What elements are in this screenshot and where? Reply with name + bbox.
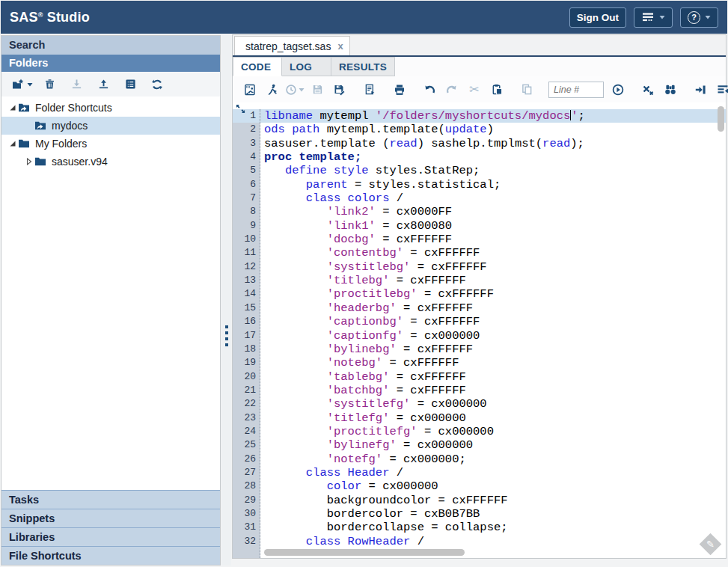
code-line: 'bylinebg' = cxFFFFFF — [260, 343, 726, 356]
run-icon — [266, 84, 278, 96]
tree-expanded-icon[interactable] — [7, 104, 18, 111]
save-icon — [312, 84, 323, 95]
save-as-button[interactable] — [328, 80, 351, 99]
document-tab-label: statrep_tagset.sas — [245, 40, 331, 52]
download-button — [63, 75, 90, 94]
focus-code-button[interactable] — [689, 80, 712, 99]
app-title: SAS® Studio — [10, 10, 90, 25]
tree-expanded-icon[interactable] — [7, 140, 18, 147]
tab-log[interactable]: LOG — [282, 57, 331, 76]
work-area: statrep_tagset.sas x CODELOGRESULTS ✂ 12… — [232, 34, 727, 559]
editor-view-tabs: CODELOGRESULTS — [233, 57, 726, 76]
code-line: 'docbg' = cxFFFFFF — [260, 233, 726, 246]
line-number: 3 — [233, 137, 260, 150]
line-number: 8 — [233, 205, 260, 218]
tree-item-label: My Folders — [35, 138, 87, 150]
upload-button[interactable] — [90, 75, 117, 94]
line-number: 28 — [233, 479, 260, 493]
tree-item-folder-shortcuts[interactable]: Folder Shortcuts — [1, 99, 220, 117]
tab-statrep-tagset[interactable]: statrep_tagset.sas x — [234, 36, 350, 55]
tab-results[interactable]: RESULTS — [331, 57, 395, 76]
paste-button[interactable] — [486, 80, 508, 99]
code-line: 'contentbg' = cxFFFFFF — [260, 246, 726, 260]
line-number: 17 — [233, 329, 260, 343]
code-line: 'link2' = cx0000FF — [260, 205, 726, 218]
goto-icon — [612, 84, 624, 96]
print-button[interactable] — [388, 80, 411, 99]
refresh-button[interactable] — [144, 75, 171, 94]
line-number: 16 — [233, 315, 260, 328]
line-number: 13 — [233, 274, 260, 287]
folder-tree: Folder ShortcutsmydocsMy Folderssasuser.… — [1, 96, 220, 490]
properties-button[interactable] — [117, 75, 144, 94]
redo-icon — [446, 84, 458, 96]
new-program-button[interactable] — [239, 80, 261, 99]
code-line: backgroundcolor = cxFFFFFF — [260, 494, 726, 507]
tree-item-sasuser-v94[interactable]: sasuser.v94 — [1, 153, 220, 171]
panel-file-shortcuts[interactable]: File Shortcuts — [1, 546, 220, 565]
delete-button[interactable] — [36, 75, 63, 94]
line-number-gutter: 1234567891011121314151617181920212223242… — [233, 109, 260, 558]
line-number: 14 — [233, 287, 260, 301]
chevron-down-icon — [659, 15, 665, 19]
vertical-scrollbar — [718, 106, 724, 546]
line-number: 11 — [233, 246, 260, 260]
panel-libraries[interactable]: Libraries — [1, 527, 220, 546]
paste-icon — [492, 84, 503, 95]
find-replace-button[interactable] — [659, 80, 682, 99]
pane-splitter[interactable] — [221, 35, 231, 566]
goto-line-input[interactable] — [548, 82, 604, 98]
tree-collapsed-icon[interactable] — [24, 158, 34, 165]
panel-tasks[interactable]: Tasks — [1, 490, 220, 509]
editor-toolbar: ✂ — [233, 76, 726, 102]
new-item-button[interactable] — [9, 75, 36, 94]
cut-button: ✂ — [463, 80, 486, 99]
panel-snippets[interactable]: Snippets — [1, 509, 220, 527]
code-line: bordercolor = cxB0B7BB — [260, 507, 726, 521]
tree-item-mydocs[interactable]: mydocs — [1, 117, 220, 135]
line-number: 18 — [233, 343, 260, 356]
panel-folders[interactable]: Folders — [1, 55, 220, 72]
panel-search[interactable]: Search — [1, 36, 220, 55]
code-line: 'titlebg' = cxFFFFFF — [260, 274, 726, 287]
code-line: libname mytempl '/folders/myshortcuts/my… — [260, 109, 726, 123]
tab-code[interactable]: CODE — [233, 57, 282, 76]
line-number: 6 — [233, 178, 260, 191]
history-icon — [285, 84, 297, 96]
format-code-button[interactable] — [712, 80, 728, 99]
undo-icon — [423, 84, 435, 96]
splitter-handle-icon — [225, 325, 228, 346]
code-area[interactable]: libname mytempl '/folders/myshortcuts/my… — [260, 109, 726, 558]
save-button — [306, 80, 328, 99]
code-line: ods path mytempl.template(update) — [260, 123, 726, 136]
line-number: 15 — [233, 301, 260, 315]
horizontal-scrollbar-thumb[interactable] — [264, 549, 465, 556]
code-line: 'batchbg' = cxFFFFFF — [260, 384, 726, 397]
undo-button[interactable] — [418, 80, 441, 99]
line-number: 30 — [233, 507, 260, 521]
pencil-icon: ✎ — [706, 539, 715, 550]
code-line: 'proctitlefg' = cx000000 — [260, 425, 726, 438]
horizontal-scrollbar — [263, 548, 714, 557]
maximize-view-icon[interactable] — [236, 104, 245, 114]
vertical-scrollbar-thumb[interactable] — [718, 106, 724, 132]
help-icon: ? — [688, 11, 700, 24]
folder-icon — [34, 156, 49, 167]
tree-item-my-folders[interactable]: My Folders — [1, 135, 220, 153]
close-icon[interactable]: x — [337, 40, 343, 52]
line-number: 4 — [233, 150, 260, 164]
app-options-button[interactable] — [634, 7, 673, 28]
format-icon — [717, 84, 728, 96]
clear-code-button[interactable] — [637, 80, 659, 99]
chevron-down-icon — [299, 88, 305, 92]
run-button[interactable] — [261, 80, 284, 99]
program-summary-button[interactable] — [358, 80, 381, 99]
goto-line-button[interactable] — [607, 80, 629, 99]
line-number: 27 — [233, 466, 260, 479]
code-line: 'captionfg' = cx000000 — [260, 329, 726, 343]
upload-icon — [98, 79, 109, 90]
copy-icon — [521, 84, 533, 95]
sign-out-button[interactable]: Sign Out — [569, 7, 626, 28]
line-number: 19 — [233, 356, 260, 370]
help-button[interactable]: ? — [680, 7, 718, 28]
